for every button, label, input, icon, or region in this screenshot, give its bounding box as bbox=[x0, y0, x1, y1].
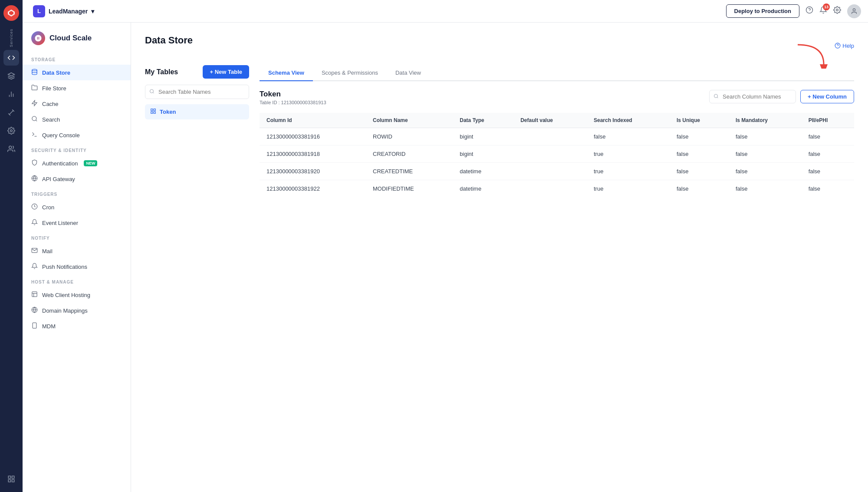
sidebar-brand: Cloud Scale bbox=[23, 30, 131, 52]
col-header-is-unique: Is Unique bbox=[670, 113, 729, 128]
domain-mappings-icon bbox=[31, 307, 38, 314]
schema-table-name: Token bbox=[260, 90, 326, 99]
table-cell: false bbox=[670, 145, 729, 163]
svg-rect-32 bbox=[154, 109, 155, 111]
table-cell: false bbox=[802, 163, 854, 180]
section-notify-label: NOTIFY bbox=[23, 231, 131, 243]
new-column-button[interactable]: + New Column bbox=[800, 90, 854, 103]
sidebar-item-event-listener[interactable]: Event Listener bbox=[23, 215, 131, 231]
chart-icon[interactable] bbox=[3, 86, 19, 102]
schema-area: Schema View Scopes & Permissions Data Vi… bbox=[260, 65, 854, 488]
schema-actions: + New Column bbox=[709, 90, 854, 103]
sidebar-label-event-listener: Event Listener bbox=[42, 220, 78, 226]
app-logo[interactable] bbox=[3, 5, 19, 21]
table-cell: CREATEDTIME bbox=[366, 163, 453, 180]
table-row: 12130000003381916ROWIDbigintfalsefalsefa… bbox=[260, 128, 854, 145]
gear-icon[interactable] bbox=[833, 6, 841, 16]
table-list-item-token[interactable]: Token bbox=[145, 104, 249, 119]
svg-rect-34 bbox=[154, 112, 155, 113]
table-cell bbox=[513, 128, 587, 145]
help-icon[interactable] bbox=[806, 6, 813, 16]
deploy-button[interactable]: Deploy to Production bbox=[726, 4, 799, 18]
sidebar-item-cron[interactable]: Cron bbox=[23, 199, 131, 215]
table-cell: CREATORID bbox=[366, 145, 453, 163]
table-search-input[interactable] bbox=[145, 85, 249, 99]
grid-icon[interactable] bbox=[3, 471, 19, 487]
settings-icon-rail[interactable] bbox=[3, 123, 19, 139]
sidebar-item-data-store[interactable]: Data Store bbox=[23, 65, 131, 80]
svg-rect-31 bbox=[151, 109, 153, 111]
sidebar-item-query-console[interactable]: Query Console bbox=[23, 127, 131, 143]
svg-line-37 bbox=[717, 97, 718, 98]
svg-rect-33 bbox=[151, 112, 153, 113]
sidebar-item-search[interactable]: Search bbox=[23, 112, 131, 127]
layers-icon[interactable] bbox=[3, 68, 19, 84]
table-cell: datetime bbox=[453, 163, 513, 180]
sidebar-label-web-hosting: Web Client Hosting bbox=[42, 292, 90, 298]
tables-title: My Tables bbox=[145, 68, 178, 76]
topbar: L LeadManager ▾ Deploy to Production 13 bbox=[23, 0, 868, 23]
sidebar-item-mdm[interactable]: MDM bbox=[23, 318, 131, 334]
sidebar-item-api-gateway[interactable]: API Gateway bbox=[23, 171, 131, 187]
sidebar-item-web-client-hosting[interactable]: Web Client Hosting bbox=[23, 287, 131, 303]
notification-icon[interactable]: 13 bbox=[819, 6, 827, 16]
sidebar-label-push-notifications: Push Notifications bbox=[42, 264, 87, 270]
sidebar-item-authentication[interactable]: Authentication NEW bbox=[23, 155, 131, 171]
table-cell: 12130000003381918 bbox=[260, 145, 366, 163]
table-cell: datetime bbox=[453, 180, 513, 198]
svg-marker-0 bbox=[8, 73, 15, 76]
table-cell: 12130000003381916 bbox=[260, 128, 366, 145]
table-grid-icon bbox=[150, 108, 156, 116]
users-icon-rail[interactable] bbox=[3, 141, 19, 157]
sidebar-label-file-store: File Store bbox=[42, 85, 66, 92]
svg-point-29 bbox=[150, 89, 154, 93]
authentication-icon bbox=[31, 159, 38, 167]
section-security-label: SECURITY & IDENTITY bbox=[23, 143, 131, 155]
sidebar-brand-name: Cloud Scale bbox=[49, 34, 92, 43]
data-store-icon bbox=[31, 69, 38, 76]
sidebar-item-mail[interactable]: Mail bbox=[23, 243, 131, 259]
table-cell: false bbox=[587, 128, 670, 145]
sidebar-item-file-store[interactable]: File Store bbox=[23, 80, 131, 96]
cron-icon bbox=[31, 203, 38, 211]
section-storage-label: STORAGE bbox=[23, 52, 131, 65]
svg-marker-15 bbox=[32, 100, 37, 106]
tab-data-view[interactable]: Data View bbox=[387, 65, 430, 81]
sidebar-label-cache: Cache bbox=[42, 101, 59, 107]
svg-point-12 bbox=[836, 9, 838, 11]
svg-point-36 bbox=[714, 94, 718, 98]
col-header-column-id: Column Id bbox=[260, 113, 366, 128]
table-cell: false bbox=[729, 180, 802, 198]
table-cell: true bbox=[587, 163, 670, 180]
sidebar-item-push-notifications[interactable]: Push Notifications bbox=[23, 259, 131, 274]
sidebar-item-cache[interactable]: Cache bbox=[23, 96, 131, 112]
table-cell: bigint bbox=[453, 145, 513, 163]
table-cell: false bbox=[729, 163, 802, 180]
table-cell: 12130000003381920 bbox=[260, 163, 366, 180]
search-icon-sidebar bbox=[31, 116, 38, 123]
sidebar-label-query-console: Query Console bbox=[42, 132, 80, 139]
plug-icon[interactable] bbox=[3, 105, 19, 120]
col-header-column-name: Column Name bbox=[366, 113, 453, 128]
new-table-button[interactable]: + New Table bbox=[203, 65, 249, 79]
col-header-is-mandatory: Is Mandatory bbox=[729, 113, 802, 128]
svg-point-13 bbox=[853, 9, 855, 11]
schema-tabs-row: Schema View Scopes & Permissions Data Vi… bbox=[260, 65, 854, 81]
svg-point-4 bbox=[10, 129, 13, 132]
column-search-input[interactable] bbox=[709, 90, 796, 103]
code-icon[interactable] bbox=[3, 50, 19, 66]
event-listener-icon bbox=[31, 219, 38, 227]
schema-table-id: Table ID : 12130000003381913 bbox=[260, 100, 326, 105]
tab-schema-view[interactable]: Schema View bbox=[260, 65, 313, 81]
tab-scopes-permissions[interactable]: Scopes & Permissions bbox=[313, 65, 387, 81]
table-cell: false bbox=[802, 128, 854, 145]
table-search-icon bbox=[149, 89, 155, 95]
sidebar-item-domain-mappings[interactable]: Domain Mappings bbox=[23, 303, 131, 318]
file-store-icon bbox=[31, 84, 38, 92]
brand-selector[interactable]: L LeadManager ▾ bbox=[30, 5, 98, 17]
table-name-token: Token bbox=[160, 109, 176, 115]
user-avatar[interactable] bbox=[847, 4, 861, 18]
table-cell: false bbox=[670, 180, 729, 198]
help-link[interactable]: Help bbox=[835, 43, 854, 49]
mail-icon bbox=[31, 247, 38, 255]
